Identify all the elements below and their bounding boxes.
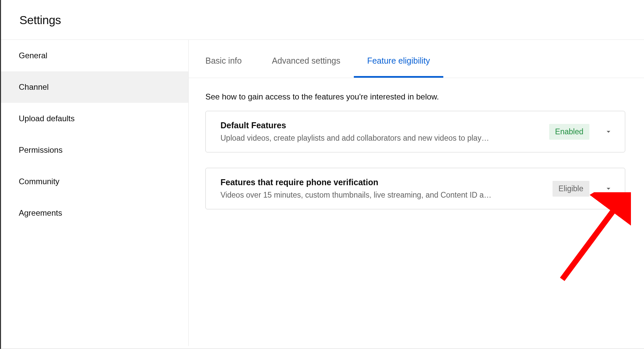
sidebar-item-general[interactable]: General bbox=[1, 40, 188, 71]
card-desc: Upload videos, create playlists and add … bbox=[220, 134, 542, 143]
sidebar-item-label: Community bbox=[19, 177, 59, 186]
tab-label: Feature eligibility bbox=[367, 56, 430, 65]
card-default-features[interactable]: Default Features Upload videos, create p… bbox=[205, 111, 625, 152]
tab-feature-eligibility[interactable]: Feature eligibility bbox=[354, 40, 444, 78]
layout: General Channel Upload defaults Permissi… bbox=[1, 40, 644, 346]
card-left: Default Features Upload videos, create p… bbox=[220, 121, 542, 143]
sidebar-item-label: General bbox=[19, 51, 47, 60]
card-title: Features that require phone verification bbox=[220, 178, 546, 187]
sidebar-item-permissions[interactable]: Permissions bbox=[1, 134, 188, 166]
content: See how to gain access to the features y… bbox=[189, 78, 644, 209]
sidebar: General Channel Upload defaults Permissi… bbox=[1, 40, 189, 346]
tab-label: Basic info bbox=[205, 56, 242, 65]
sidebar-item-community[interactable]: Community bbox=[1, 166, 188, 197]
sidebar-item-label: Agreements bbox=[19, 208, 62, 217]
intro-text: See how to gain access to the features y… bbox=[205, 92, 625, 101]
card-title: Default Features bbox=[220, 121, 542, 130]
header: Settings bbox=[1, 0, 644, 40]
card-right: Eligible bbox=[553, 181, 613, 197]
tabs: Basic info Advanced settings Feature eli… bbox=[189, 40, 644, 78]
sidebar-item-channel[interactable]: Channel bbox=[1, 71, 188, 103]
chevron-down-icon bbox=[604, 127, 613, 136]
tab-basic-info[interactable]: Basic info bbox=[205, 40, 258, 78]
tab-label: Advanced settings bbox=[272, 56, 340, 65]
svg-line-1 bbox=[562, 207, 616, 279]
status-badge-eligible: Eligible bbox=[553, 181, 589, 197]
card-desc: Videos over 15 minutes, custom thumbnail… bbox=[220, 191, 546, 200]
sidebar-item-upload-defaults[interactable]: Upload defaults bbox=[1, 103, 188, 134]
sidebar-item-agreements[interactable]: Agreements bbox=[1, 197, 188, 229]
page-title: Settings bbox=[19, 13, 644, 27]
card-right: Enabled bbox=[549, 124, 613, 140]
tab-advanced-settings[interactable]: Advanced settings bbox=[258, 40, 353, 78]
sidebar-item-label: Upload defaults bbox=[19, 114, 75, 123]
status-badge-enabled: Enabled bbox=[549, 124, 589, 140]
card-phone-verification[interactable]: Features that require phone verification… bbox=[205, 168, 625, 209]
main: Basic info Advanced settings Feature eli… bbox=[189, 40, 644, 346]
sidebar-item-label: Channel bbox=[19, 82, 49, 91]
chevron-down-icon bbox=[604, 184, 613, 193]
sidebar-item-label: Permissions bbox=[19, 145, 63, 154]
card-left: Features that require phone verification… bbox=[220, 178, 546, 200]
